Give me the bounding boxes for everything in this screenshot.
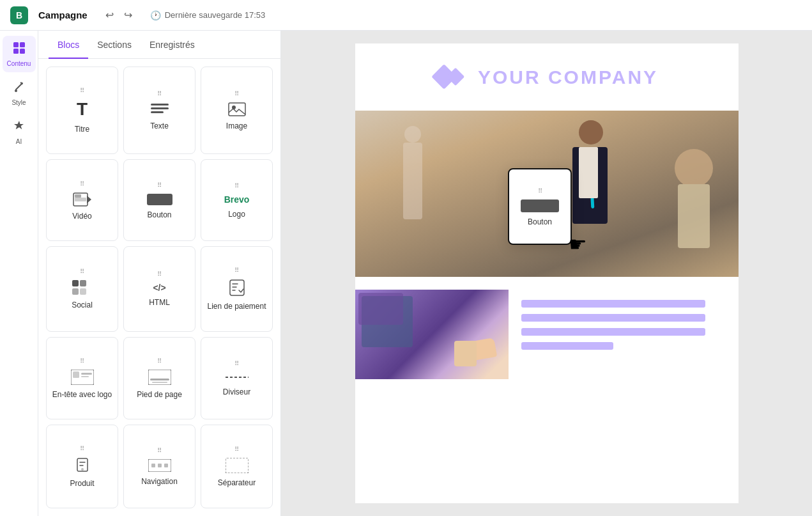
undo-button[interactable]: ↩ (103, 6, 116, 24)
diviseur-label: Diviseur (223, 387, 250, 396)
drag-dots: ⠿ (234, 267, 240, 274)
block-social[interactable]: ⠿ Social (46, 246, 118, 331)
svg-rect-24 (150, 379, 169, 380)
drag-dots: ⠿ (80, 357, 85, 364)
drag-dots: ⠿ (234, 182, 240, 189)
image-icon (228, 102, 246, 116)
grid-icon (12, 41, 26, 58)
block-separateur[interactable]: ⠿ Séparateur (201, 425, 273, 508)
sidebar-item-style[interactable]: Style (3, 75, 36, 111)
topbar-actions: ↩ ↪ (103, 6, 135, 24)
navigation-label: Navigation (141, 477, 178, 486)
svg-rect-17 (80, 288, 86, 295)
svg-rect-15 (80, 280, 86, 286)
svg-rect-22 (81, 376, 89, 377)
bouton-icon (147, 194, 172, 205)
svg-rect-7 (229, 103, 245, 116)
text-line-2 (521, 314, 705, 322)
block-entete-logo[interactable]: ⠿ En-tête avec logo (46, 337, 118, 419)
produit-label: Produit (70, 479, 94, 488)
drag-dots: ⠿ (80, 180, 85, 187)
logo-label: Logo (228, 210, 245, 219)
svg-rect-4 (151, 104, 169, 106)
panel-tabs: Blocs Sections Enregistrés (38, 31, 280, 59)
payment-icon (229, 279, 245, 297)
ai-label: AI (16, 138, 22, 145)
svg-rect-18 (230, 280, 244, 295)
titre-label: Titre (75, 125, 90, 134)
lien-paiement-label: Lien de paiement (207, 302, 266, 311)
svg-rect-5 (151, 107, 169, 109)
svg-rect-32 (164, 464, 168, 467)
block-titre[interactable]: ⠿ T Titre (46, 66, 118, 154)
block-diviseur[interactable]: ⠿ Diviseur (201, 337, 273, 419)
separateur-icon (226, 458, 249, 473)
block-video[interactable]: ⠿ Vidéo (46, 159, 118, 241)
svg-rect-1 (20, 42, 25, 47)
block-logo[interactable]: ⠿ Brevo Logo (201, 159, 273, 241)
block-image[interactable]: ⠿ Image (201, 66, 273, 154)
drag-dots: ⠿ (234, 90, 240, 97)
separateur-label: Séparateur (218, 478, 256, 487)
drag-ghost-btn-icon (521, 199, 559, 212)
email-canvas: YOUR COMPANY (355, 43, 739, 503)
pied-page-label: Pied de page (137, 390, 182, 399)
video-icon (73, 192, 92, 207)
drag-dots: ⠿ (80, 445, 85, 452)
tab-sections[interactable]: Sections (88, 31, 141, 59)
svg-rect-13 (147, 194, 172, 205)
diviseur-icon (226, 372, 249, 382)
svg-marker-12 (87, 196, 91, 203)
social-icon (72, 280, 93, 295)
company-name: YOUR COMPANY (478, 66, 658, 88)
block-navigation[interactable]: ⠿ Navigation (123, 425, 195, 508)
block-texte[interactable]: ⠿ Texte (123, 66, 195, 154)
block-pied-page[interactable]: ⠿ Pied de page (123, 337, 195, 419)
drag-dots: ⠿ (157, 357, 162, 364)
drag-dots: ⠿ (80, 87, 85, 94)
drag-ghost-label: Bouton (528, 217, 552, 226)
html-label: HTML (149, 298, 170, 307)
tab-enregistres[interactable]: Enregistrés (141, 31, 204, 59)
drag-dots: ⠿ (157, 90, 162, 97)
svg-rect-11 (75, 194, 81, 198)
svg-rect-30 (151, 464, 155, 467)
svg-rect-16 (72, 288, 79, 295)
contenu-label: Contenu (7, 60, 31, 67)
svg-rect-31 (158, 464, 162, 467)
drag-ghost-dots: ⠿ (538, 187, 542, 194)
tab-blocs[interactable]: Blocs (49, 31, 88, 59)
drag-cursor: ☛ (569, 232, 587, 256)
text-line-3 (521, 328, 705, 336)
svg-rect-0 (13, 42, 19, 47)
html-icon: </> (153, 283, 165, 293)
sidebar-item-contenu[interactable]: Contenu (3, 36, 36, 72)
block-produit[interactable]: ⠿ Produit (46, 425, 118, 508)
main-layout: Contenu Style AI Blocs Secti (0, 31, 812, 516)
save-status: 🕐 Dernière sauvegarde 17:53 (150, 10, 266, 20)
block-lien-paiement[interactable]: ⠿ Lien de paiement (201, 246, 273, 331)
drag-dots: ⠿ (157, 447, 162, 454)
block-html[interactable]: ⠿ </> HTML (123, 246, 195, 331)
produit-icon (74, 457, 91, 474)
svg-rect-20 (73, 371, 79, 378)
svg-rect-21 (81, 373, 92, 375)
redo-button[interactable]: ↪ (121, 6, 135, 24)
navigation-icon (148, 459, 171, 472)
email-product-text (509, 290, 739, 379)
brevo-logo: B (10, 6, 28, 24)
block-bouton[interactable]: ⠿ Bouton (123, 159, 195, 241)
svg-rect-33 (226, 458, 249, 473)
svg-rect-10 (75, 198, 86, 201)
bouton-label: Bouton (147, 210, 171, 219)
texte-icon (151, 102, 169, 116)
drag-dots: ⠿ (234, 446, 240, 453)
svg-rect-3 (20, 49, 25, 54)
side-nav: Contenu Style AI (0, 31, 38, 516)
entete-logo-label: En-tête avec logo (52, 390, 112, 399)
sidebar-item-ai[interactable]: AI (3, 114, 36, 150)
svg-rect-6 (151, 111, 164, 113)
page-title: Campagne (38, 10, 88, 20)
canvas-area: ⠿ Bouton ☛ YOUR COMPANY (281, 31, 812, 516)
drag-dots: ⠿ (80, 268, 85, 275)
